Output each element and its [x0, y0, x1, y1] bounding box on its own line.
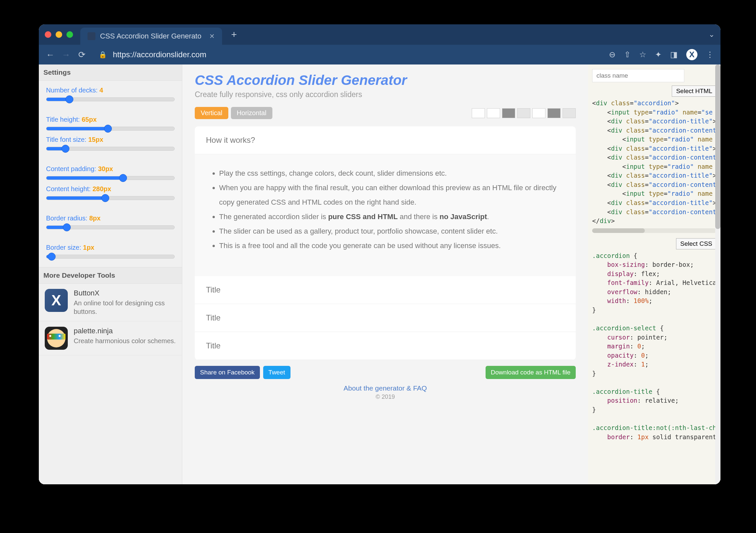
slider-label: Number of decks: 4 — [46, 87, 175, 94]
slider-label: Border size: 1px — [46, 244, 175, 252]
url-text[interactable]: https://accordionslider.com — [113, 50, 206, 59]
close-tab-icon[interactable]: ✕ — [209, 32, 215, 40]
download-button[interactable]: Download code as HTML file — [486, 366, 576, 379]
nav-reload-icon[interactable]: ⟳ — [77, 50, 87, 60]
color-swatch[interactable] — [563, 108, 576, 118]
window-close[interactable] — [45, 31, 51, 38]
tool-item[interactable]: X ButtonXAn online tool for designing cs… — [39, 283, 182, 321]
color-swatch[interactable] — [502, 108, 515, 118]
share-tweet-button[interactable]: Tweet — [263, 366, 290, 379]
tool-desc: Create harmonious color schemes. — [74, 336, 176, 345]
accordion-title[interactable]: Title — [195, 304, 576, 332]
main-content: CSS Accordion Slider Generator Create fu… — [182, 65, 588, 484]
url-bar: ← → ⟳ 🔒 https://accordionslider.com ⊖ ⇧ … — [39, 45, 720, 65]
bullet-item: Play the css settings, change colors, de… — [219, 166, 561, 181]
page-scrollbar[interactable] — [715, 65, 720, 484]
color-swatch[interactable] — [472, 108, 485, 118]
html-code[interactable]: <div class="accordion"> <input type="rad… — [592, 99, 716, 226]
bullet-item: The generated accordion slider is pure C… — [219, 210, 561, 224]
tab-vertical[interactable]: Vertical — [195, 107, 228, 119]
star-icon[interactable]: ☆ — [639, 50, 646, 59]
footer-about-link[interactable]: About the generator & FAQ — [343, 384, 427, 392]
color-swatch[interactable] — [487, 108, 500, 118]
accordion-preview: How it works? Play the css settings, cha… — [195, 126, 576, 360]
browser-tab[interactable]: CSS Accordion Slider Generato ✕ — [80, 28, 222, 45]
tool-name: ButtonX — [74, 289, 176, 297]
tab-title: CSS Accordion Slider Generato — [100, 32, 201, 40]
horizontal-scrollbar[interactable] — [592, 228, 716, 233]
extensions-icon[interactable]: ✦ — [655, 50, 662, 59]
bullet-item: This is a free tool and all the code you… — [219, 239, 561, 253]
tool-icon — [45, 327, 68, 350]
footer-copyright: © 2019 — [195, 393, 576, 400]
color-swatch[interactable] — [532, 108, 546, 118]
lock-icon: 🔒 — [99, 51, 107, 59]
accordion-title[interactable]: Title — [195, 276, 576, 304]
bullet-item: The slider can be used as a gallery, pro… — [219, 224, 561, 239]
settings-heading: Settings — [39, 65, 182, 81]
slider-label: Content height: 280px — [46, 185, 175, 193]
color-swatch[interactable] — [517, 108, 530, 118]
page-title: CSS Accordion Slider Generator — [195, 72, 576, 88]
slider-track[interactable] — [46, 97, 175, 101]
classname-input[interactable] — [592, 69, 684, 82]
slider-label: Border radius: 8px — [46, 215, 175, 222]
share-facebook-button[interactable]: Share on Facebook — [195, 366, 260, 379]
page-subtitle: Create fully responsive, css only accord… — [195, 90, 576, 99]
bullet-item: When you are happy with the final result… — [219, 181, 561, 210]
nav-forward-icon[interactable]: → — [61, 50, 71, 60]
slider-track[interactable] — [46, 226, 175, 229]
tabs-dropdown-icon[interactable]: ⌄ — [709, 30, 715, 39]
tool-item[interactable]: palette.ninjaCreate harmonious color sch… — [39, 321, 182, 355]
slider-track[interactable] — [46, 255, 175, 259]
slider-label: Title height: 65px — [46, 116, 175, 123]
tool-icon: X — [45, 289, 68, 312]
slider-label: Content padding: 30px — [46, 165, 175, 173]
color-swatch[interactable] — [548, 108, 561, 118]
panel-icon[interactable]: ◨ — [670, 50, 678, 59]
more-tools-heading: More Developer Tools — [39, 267, 182, 283]
slider-track[interactable] — [46, 196, 175, 200]
new-tab-button[interactable]: + — [228, 29, 240, 40]
browser-titlebar: CSS Accordion Slider Generato ✕ + ⌄ — [39, 24, 720, 45]
menu-icon[interactable]: ⋮ — [706, 50, 714, 59]
accordion-title[interactable]: Title — [195, 332, 576, 360]
profile-avatar[interactable]: X — [686, 49, 697, 60]
select-css-button[interactable]: Select CSS — [676, 238, 716, 250]
tool-name: palette.ninja — [74, 327, 176, 335]
window-maximize[interactable] — [67, 31, 73, 38]
code-panel: Select HTML <div class="accordion"> <inp… — [588, 65, 720, 484]
accordion-content: Play the css settings, change colors, de… — [195, 154, 576, 276]
favicon-icon — [88, 32, 95, 40]
slider-track[interactable] — [46, 127, 175, 131]
css-code[interactable]: .accordion { box-sizing: border-box; dis… — [592, 252, 716, 441]
zoom-icon[interactable]: ⊖ — [609, 50, 615, 59]
share-icon[interactable]: ⇧ — [624, 50, 631, 59]
select-html-button[interactable]: Select HTML — [672, 86, 716, 97]
slider-label: Title font size: 15px — [46, 136, 175, 144]
tool-desc: An online tool for designing css buttons… — [74, 299, 176, 316]
slider-track[interactable] — [46, 147, 175, 151]
nav-back-icon[interactable]: ← — [45, 50, 55, 60]
window-minimize[interactable] — [56, 31, 62, 38]
tab-horizontal[interactable]: Horizontal — [231, 107, 272, 119]
accordion-title[interactable]: How it works? — [195, 126, 576, 154]
slider-track[interactable] — [46, 176, 175, 180]
settings-sidebar: Settings Number of decks: 4 Title height… — [39, 65, 182, 484]
